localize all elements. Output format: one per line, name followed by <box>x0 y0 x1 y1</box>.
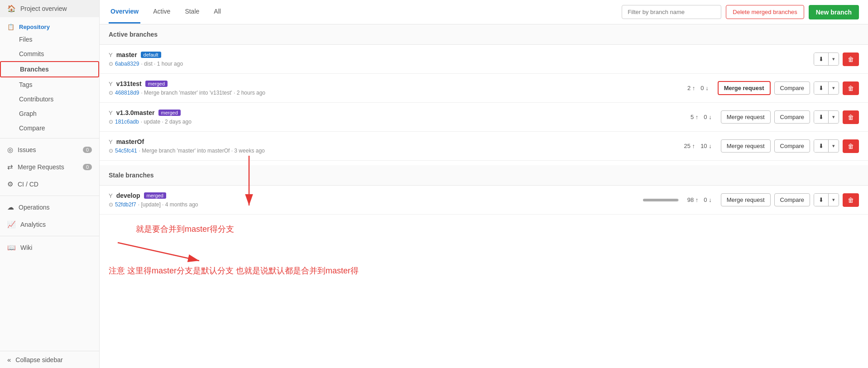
tab-stale[interactable]: Stale <box>183 0 201 24</box>
branch-info-master: Y master default ⊙ 6aba8329 · dist · 1 h… <box>109 51 814 67</box>
new-branch-button[interactable]: New branch <box>809 5 859 19</box>
analytics-icon: 📈 <box>7 220 16 229</box>
wiki-icon: 📖 <box>7 244 16 252</box>
download-dropdown-button[interactable]: ▾ <box>829 82 839 94</box>
branch-name[interactable]: master <box>116 51 137 58</box>
download-button[interactable]: ⬇ <box>814 140 829 152</box>
commit-message: · dist · 1 hour ago <box>141 61 183 67</box>
commit-hash[interactable]: 52fdb2f7 <box>115 201 136 208</box>
sidebar-item-graph[interactable]: Graph <box>0 106 99 121</box>
behind-count: 0 ↓ <box>704 114 711 120</box>
merge-request-button[interactable]: Merge request <box>721 139 771 153</box>
behind-count: 0 ↓ <box>704 196 711 203</box>
commit-hash[interactable]: 54c5fc41 <box>115 148 137 154</box>
commit-dot-icon: ⊙ <box>109 61 113 67</box>
download-button[interactable]: ⬇ <box>814 82 829 94</box>
download-group: ⬇ ▾ <box>814 139 839 153</box>
annotation-layer: 就是要合并到master得分支 注意 这里得master分支是默认分支 也就是说… <box>100 224 868 276</box>
commit-message: · Merge branch 'master' into 'v131test' … <box>141 90 265 96</box>
download-button[interactable]: ⬇ <box>814 111 829 123</box>
delete-branch-button[interactable]: 🗑 <box>843 139 859 153</box>
sidebar-item-tags[interactable]: Tags <box>0 77 99 92</box>
download-group: ⬇ ▾ <box>814 110 839 124</box>
branch-fork-icon: Y <box>109 192 113 199</box>
compare-button[interactable]: Compare <box>774 139 810 153</box>
tab-all[interactable]: All <box>212 0 223 24</box>
delete-merged-button[interactable]: Delete merged branches <box>726 5 804 19</box>
merge-request-button[interactable]: Merge request <box>721 110 771 124</box>
branch-name[interactable]: v131test <box>116 80 142 87</box>
sidebar-item-contributors[interactable]: Contributors <box>0 92 99 106</box>
branch-fork-icon: Y <box>109 110 113 116</box>
badge-merged: merged <box>144 192 166 199</box>
branch-name-line: Y masterOf <box>109 138 684 145</box>
merge-request-button[interactable]: Merge request <box>721 193 771 206</box>
download-group: ⬇ ▾ <box>814 193 839 206</box>
download-dropdown-button[interactable]: ▾ <box>829 111 839 123</box>
sidebar-repository-section: 📋 Repository <box>0 17 99 32</box>
filter-branch-input[interactable] <box>622 5 721 19</box>
branch-info-develop: Y develop merged ⊙ 52fdb2f7 · [update] ·… <box>109 192 643 208</box>
tab-active[interactable]: Active <box>151 0 172 24</box>
download-dropdown-button[interactable]: ▾ <box>829 53 839 65</box>
sidebar-item-merge-requests[interactable]: ⇄ Merge Requests 0 <box>0 158 99 176</box>
table-row: Y develop merged ⊙ 52fdb2f7 · [update] ·… <box>100 186 868 215</box>
commit-hash[interactable]: 181c6adb <box>115 119 139 125</box>
progress-bar <box>643 199 679 201</box>
branch-info-masterof: Y masterOf ⊙ 54c5fc41 · Merge branch 'ma… <box>109 138 684 154</box>
table-row: Y master default ⊙ 6aba8329 · dist · 1 h… <box>100 45 868 74</box>
branch-name[interactable]: v1.3.0master <box>116 109 155 116</box>
table-row: Y masterOf ⊙ 54c5fc41 · Merge branch 'ma… <box>100 132 868 161</box>
sidebar-item-files[interactable]: Files <box>0 32 99 47</box>
sidebar-item-wiki[interactable]: 📖 Wiki <box>0 239 99 256</box>
sidebar-item-compare[interactable]: Compare <box>0 121 99 135</box>
commit-dot-icon: ⊙ <box>109 119 113 125</box>
sidebar-item-project-overview[interactable]: 🏠 Project overview <box>0 0 99 17</box>
sidebar-item-branches[interactable]: Branches <box>0 61 99 77</box>
compare-button[interactable]: Compare <box>774 110 810 124</box>
delete-branch-button[interactable]: 🗑 <box>843 53 859 66</box>
commit-dot-icon: ⊙ <box>109 148 113 154</box>
table-row: Y v1.3.0master merged ⊙ 181c6adb · updat… <box>100 103 868 132</box>
download-button[interactable]: ⬇ <box>814 194 829 206</box>
delete-branch-button[interactable]: 🗑 <box>843 110 859 124</box>
branch-info-v130master: Y v1.3.0master merged ⊙ 181c6adb · updat… <box>109 109 691 125</box>
sidebar-item-analytics[interactable]: 📈 Analytics <box>0 216 99 233</box>
top-bar-right: Delete merged branches New branch <box>622 5 859 19</box>
sidebar-item-operations[interactable]: ☁ Operations <box>0 199 99 216</box>
sidebar-divider-1 <box>0 138 99 139</box>
merge-request-button[interactable]: Merge request <box>718 81 771 95</box>
ahead-count: 98 ↑ <box>687 196 699 203</box>
ahead-count: 2 ↑ <box>687 85 695 91</box>
compare-button[interactable]: Compare <box>774 81 810 95</box>
branch-name-line: Y master default <box>109 51 814 58</box>
delete-branch-button[interactable]: 🗑 <box>843 193 859 207</box>
sidebar-item-collapse[interactable]: « Collapse sidebar <box>0 351 99 368</box>
ahead-behind: 98 ↑ 0 ↓ <box>643 196 712 203</box>
branch-name-line: Y v131test merged <box>109 80 687 87</box>
sidebar-item-issues[interactable]: ◎ Issues 0 <box>0 141 99 158</box>
download-dropdown-button[interactable]: ▾ <box>829 194 839 206</box>
branch-actions-v131test: 2 ↑ 0 ↓ Merge request Compare ⬇ ▾ 🗑 <box>687 81 859 95</box>
ci-cd-icon: ⚙ <box>7 180 13 188</box>
commit-message: · Merge branch 'master' into masterOf · … <box>139 148 265 154</box>
download-button[interactable]: ⬇ <box>814 53 829 65</box>
commit-dot-icon: ⊙ <box>109 90 113 96</box>
commit-hash[interactable]: 468818d9 <box>115 90 139 96</box>
download-group: ⬇ ▾ <box>814 53 839 66</box>
delete-branch-button[interactable]: 🗑 <box>843 81 859 95</box>
branch-name[interactable]: masterOf <box>116 138 144 145</box>
sidebar-item-commits[interactable]: Commits <box>0 47 99 61</box>
branch-name[interactable]: develop <box>116 192 140 199</box>
download-group: ⬇ ▾ <box>814 81 839 95</box>
download-dropdown-button[interactable]: ▾ <box>829 140 839 152</box>
sidebar-item-ci-cd[interactable]: ⚙ CI / CD <box>0 176 99 193</box>
commit-hash[interactable]: 6aba8329 <box>115 61 139 67</box>
main-content: Overview Active Stale All Delete merged … <box>100 0 868 368</box>
commit-line: ⊙ 6aba8329 · dist · 1 hour ago <box>109 61 814 67</box>
branch-info-v131test: Y v131test merged ⊙ 468818d9 · Merge bra… <box>109 80 687 96</box>
top-bar: Overview Active Stale All Delete merged … <box>100 0 868 24</box>
badge-default: default <box>141 52 161 58</box>
tab-overview[interactable]: Overview <box>109 0 140 24</box>
compare-button[interactable]: Compare <box>774 193 810 206</box>
